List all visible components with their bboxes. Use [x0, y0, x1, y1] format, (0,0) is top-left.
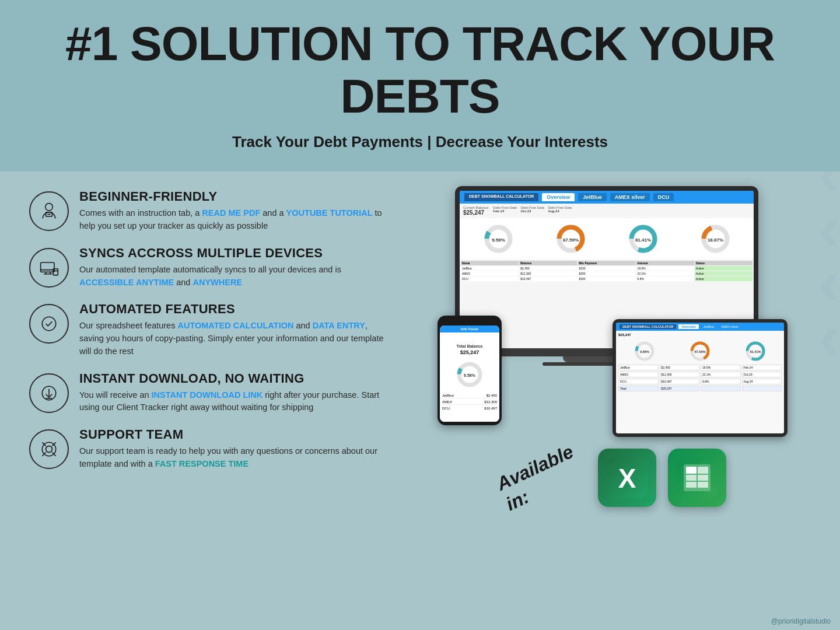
phone-amount: $25,247: [460, 349, 480, 355]
feature-syncs-text: SYNCS ACCROSS MULTIPLE DEVICES Our autom…: [79, 246, 391, 289]
svg-rect-41: [698, 482, 708, 488]
t-c9: DCU: [618, 379, 659, 384]
feature-automated: AUTOMATED FEATURES Our spreadsheet featu…: [29, 302, 391, 358]
support-icon: [29, 429, 69, 469]
ss-d8: $250: [578, 271, 635, 276]
svg-text:9.58%: 9.58%: [492, 237, 505, 243]
excel-svg: X: [607, 457, 648, 498]
feature-beginner-text: BEGINNER-FRIENDLY Comes with an instruct…: [79, 189, 391, 233]
t-c4: Feb-24: [742, 365, 782, 370]
phone-content: Total Balance $25,247 9.58% JetBlue $2: [440, 332, 499, 422]
donut-2: 67.59%: [555, 223, 587, 255]
available-text: Available in:: [493, 440, 586, 516]
available-in-section: Available in: X: [499, 449, 727, 507]
feature-beginner-title: BEGINNER-FRIENDLY: [79, 189, 391, 204]
phone-r3-name: DCU: [442, 407, 450, 410]
attribution-handle: @prioridigitalstudio: [771, 617, 831, 625]
tablet-mrow-4: Total $25,247: [618, 386, 782, 391]
tablet-mrow-3: DCU $10,497 9.8% Aug-24: [618, 379, 782, 384]
ss-row-3: DCU $10,497 $180 9.8% Active: [461, 276, 752, 281]
donut-1: 9.58%: [482, 223, 514, 255]
ss-debt-info: Debt Free DateFeb-24 Debt Free DateOct-2…: [493, 206, 572, 216]
tablet-mrow-1: JetBlue $2,450 18.5% Feb-24: [618, 365, 782, 370]
ss-donuts-row: 9.58% 67.59%: [460, 218, 754, 260]
attribution: @prioridigitalstudio: [771, 617, 831, 625]
ss-tab-amex: AMEX silver: [610, 193, 650, 201]
tablet-donuts: 9.58% 67.59% 81.41%: [618, 340, 782, 363]
feature-beginner-desc: Comes with an instruction tab, a READ ME…: [79, 207, 391, 233]
feature-support-desc: Our support team is ready to help you wi…: [79, 445, 391, 471]
ss-d7: $12,300: [519, 271, 577, 276]
anywhere-highlight: ANYWHERE: [192, 278, 242, 287]
phone-screen: Debt Tracker Total Balance $25,247 9.58%: [440, 326, 499, 422]
svg-rect-36: [686, 467, 696, 474]
sheets-svg: [677, 457, 718, 498]
phone-header: Debt Tracker: [440, 326, 499, 332]
ss-data-header: Name Balance Min Payment Interest Status: [461, 261, 752, 265]
ss-d1: JetBlue: [461, 266, 519, 271]
svg-text:67.59%: 67.59%: [562, 237, 578, 243]
feature-download-desc: You will receive an INSTANT DOWNLOAD LIN…: [79, 389, 391, 415]
ss-d3: $150: [578, 266, 635, 271]
feature-download-text: INSTANT DOWNLOAD, NO WAITING You will re…: [79, 371, 391, 415]
t-c6: $12,300: [660, 372, 700, 377]
svg-rect-40: [686, 482, 696, 488]
youtube-link: YOUTUBE TUTORIAL: [286, 208, 373, 218]
syncs-icon: [29, 248, 69, 288]
tablet-content: $25,247 9.58% 67.59%: [616, 331, 784, 433]
svg-text:81.41%: 81.41%: [750, 350, 761, 354]
donut-3: 81.41%: [627, 223, 659, 255]
automated-icon: [29, 304, 69, 344]
t-c8: Oct-23: [742, 372, 782, 377]
feature-support-title: SUPPORT TEAM: [79, 427, 391, 442]
download-link-highlight: INSTANT DOWNLOAD LINK: [152, 390, 263, 400]
available-label-line1: Available: [494, 441, 577, 495]
phone-r2-val: $12,300: [484, 400, 497, 404]
t-c14: $25,247: [660, 386, 700, 391]
t-c10: $10,497: [660, 379, 700, 384]
tablet-donut-3: 81.41%: [744, 340, 767, 363]
svg-text:9.58%: 9.58%: [640, 350, 650, 354]
feature-automated-text: AUTOMATED FEATURES Our spreadsheet featu…: [79, 302, 391, 358]
t-c13: Total: [618, 386, 659, 391]
ss-col2: Debt Free DateOct-23: [520, 206, 544, 216]
t-c2: $2,450: [660, 365, 700, 370]
ss-col-h3: Min Payment: [578, 261, 635, 265]
tablet-tab-overview: Overview: [678, 324, 698, 329]
ss-summary-row: Current Balance$25,247 Debt Free DateFeb…: [460, 204, 754, 218]
phone-row-2: AMEX $12,300: [442, 400, 497, 405]
phone-r1-val: $2,450: [487, 394, 497, 397]
ss-row-1: JetBlue $2,450 $150 18.5% Active: [461, 266, 752, 271]
tablet-balance: $25,247: [618, 333, 782, 337]
svg-text:81.41%: 81.41%: [635, 237, 650, 243]
tablet-title: DEBT SNOWBALL CALCULATOR: [620, 324, 676, 329]
ss-d11: DCU: [461, 276, 519, 281]
svg-text:67.59%: 67.59%: [695, 350, 706, 354]
features-column: BEGINNER-FRIENDLY Comes with an instruct…: [29, 189, 391, 507]
t-c3: 18.5%: [701, 365, 741, 370]
phone-r1-name: JetBlue: [442, 394, 454, 397]
svg-rect-39: [698, 475, 708, 481]
ss-col3: Debt Free DateAug-24: [548, 206, 572, 216]
right-column: DEBT SNOWBALL CALCULATOR Overview JetBlu…: [414, 189, 811, 507]
ss-col1: Debt Free DateFeb-24: [493, 206, 517, 216]
svg-point-4: [42, 317, 55, 331]
ss-d4: 18.5%: [636, 266, 694, 271]
sheets-app-icon: [668, 449, 726, 507]
tablet-mockup: DEBT SNOWBALL CALCULATOR Overview JetBlu…: [612, 319, 788, 437]
ss-d14: 9.8%: [636, 276, 694, 281]
svg-point-0: [46, 204, 53, 211]
beginner-friendly-icon: [29, 191, 69, 231]
svg-text:X: X: [618, 463, 636, 494]
feature-syncs: SYNCS ACCROSS MULTIPLE DEVICES Our autom…: [29, 246, 391, 289]
download-icon: [29, 373, 69, 413]
feature-automated-title: AUTOMATED FEATURES: [79, 302, 391, 317]
ss-col-h1: Name: [461, 261, 519, 265]
t-c11: 9.8%: [701, 379, 741, 384]
phone-row-1: JetBlue $2,450: [442, 393, 497, 398]
phone-r2-name: AMEX: [442, 400, 452, 404]
ss-d15: Active: [695, 276, 752, 281]
tablet-screen: DEBT SNOWBALL CALCULATOR Overview JetBlu…: [616, 323, 784, 433]
ss-d6: AMEX: [461, 271, 519, 276]
ss-tab-dcu: DCU: [653, 193, 674, 201]
